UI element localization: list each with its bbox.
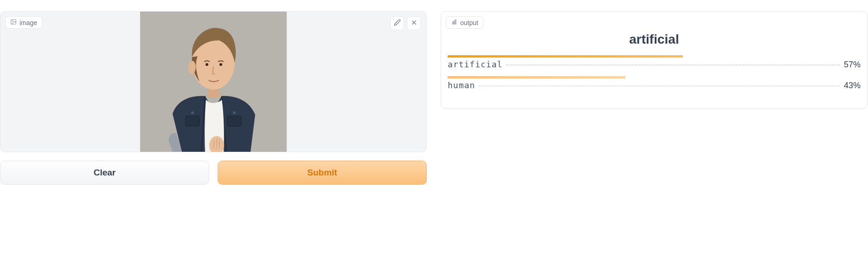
result-row: human43% <box>448 76 861 91</box>
image-controls <box>390 16 421 30</box>
clear-button-label: Clear <box>94 168 116 178</box>
results-list: artificial57%human43% <box>448 55 861 91</box>
uploaded-image <box>140 12 287 152</box>
result-label: human <box>448 80 475 90</box>
clear-button[interactable]: Clear <box>0 161 209 185</box>
bar-chart-icon <box>451 19 457 26</box>
svg-point-5 <box>206 63 208 66</box>
output-block-label-text: output <box>460 19 478 26</box>
remove-image-button[interactable] <box>407 16 421 30</box>
button-row: Clear Submit <box>0 161 427 185</box>
result-bar-fill <box>448 76 625 78</box>
left-panel: image <box>0 0 427 185</box>
pencil-icon <box>394 19 401 28</box>
result-percent: 57% <box>844 60 861 70</box>
svg-rect-12 <box>453 22 454 24</box>
image-block-label-text: image <box>19 19 37 26</box>
edit-image-button[interactable] <box>390 16 404 30</box>
svg-rect-14 <box>455 19 456 24</box>
result-percent: 43% <box>844 81 861 91</box>
result-text: human43% <box>448 80 861 91</box>
svg-rect-8 <box>227 116 241 126</box>
svg-point-6 <box>219 63 222 66</box>
image-preview-area[interactable] <box>0 12 426 152</box>
svg-point-1 <box>12 20 13 21</box>
submit-button-label: Submit <box>307 168 337 178</box>
image-icon <box>10 19 17 26</box>
close-icon <box>411 19 418 28</box>
result-bar <box>448 76 861 78</box>
result-row: artificial57% <box>448 55 861 70</box>
svg-rect-7 <box>186 116 199 126</box>
output-block-label: output <box>446 16 483 29</box>
result-dotted-line <box>479 85 840 86</box>
result-text: artificial57% <box>448 59 861 70</box>
image-block-label: image <box>5 16 42 29</box>
right-panel: output artificial artificial57%human43% <box>441 0 868 185</box>
output-top-prediction: artificial <box>448 32 861 47</box>
svg-point-10 <box>233 111 236 114</box>
result-label: artificial <box>448 59 502 69</box>
image-block: image <box>0 11 427 152</box>
svg-point-4 <box>188 61 196 74</box>
svg-rect-13 <box>454 21 455 24</box>
result-bar <box>448 55 861 58</box>
submit-button[interactable]: Submit <box>218 161 427 185</box>
result-bar-fill <box>448 55 683 58</box>
svg-point-9 <box>191 111 194 114</box>
result-dotted-line <box>506 65 840 65</box>
output-block: output artificial artificial57%human43% <box>441 11 868 109</box>
